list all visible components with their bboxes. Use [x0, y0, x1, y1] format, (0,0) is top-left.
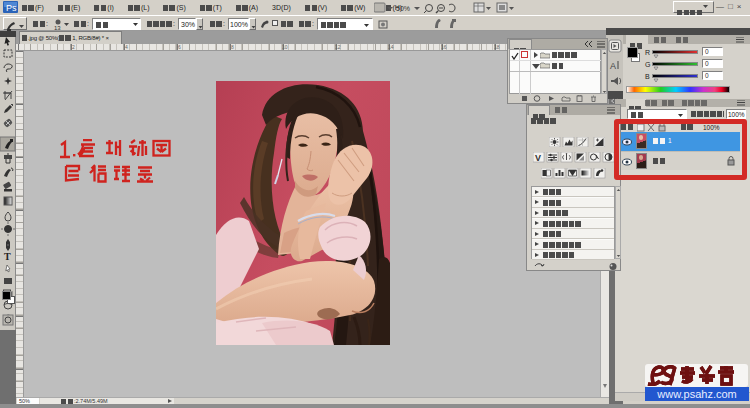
svg-text:Ps: Ps [6, 3, 17, 13]
svg-text:V: V [535, 153, 541, 163]
svg-text:T: T [4, 251, 11, 262]
svg-text:A: A [610, 61, 616, 71]
svg-text:50%: 50% [396, 5, 410, 12]
